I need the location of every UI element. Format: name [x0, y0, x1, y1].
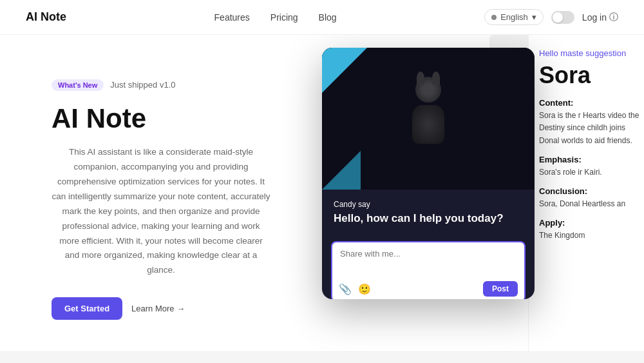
logo: AI Note [26, 10, 66, 24]
badge-area: What's New Just shipped v1.0 [52, 79, 290, 91]
emphasis-label: Emphasis: [539, 155, 644, 164]
chat-widget: Candy say Hello, how can I help you toda… [322, 48, 535, 299]
navbar: AI Note Features Pricing Blog English ▾ … [0, 0, 644, 35]
login-button[interactable]: Log in ⓘ [582, 12, 618, 23]
lang-selector[interactable]: English ▾ [484, 9, 544, 25]
chat-input[interactable] [332, 242, 524, 275]
chat-input-icons: 📎 🙂 [339, 283, 371, 295]
char-head [415, 77, 441, 103]
content-area: What's New Just shipped v1.0 AI Note Thi… [0, 35, 644, 363]
corner-triangle-bl [322, 151, 361, 190]
hero-description: This AI assistant is like a considerate … [52, 145, 270, 278]
conclusion-label: Conclusion: [539, 186, 644, 196]
content-label: Content: [539, 98, 644, 108]
cta-buttons: Get Started Learn More → [52, 297, 290, 320]
article-title: Sora [539, 62, 644, 89]
emphasis-text: Sora's role ir Kairi. [539, 166, 644, 179]
get-started-button[interactable]: Get Started [52, 297, 122, 320]
nav-links: Features Pricing Blog [214, 12, 337, 23]
left-panel: What's New Just shipped v1.0 AI Note Thi… [0, 35, 322, 363]
page-title: AI Note [52, 104, 290, 133]
corner-triangle-tl [322, 48, 367, 93]
toggle-knob [553, 12, 563, 23]
emoji-icon[interactable]: 🙂 [358, 283, 371, 295]
chat-greeting: Hello, how can I help you today? [334, 211, 523, 226]
nav-features[interactable]: Features [214, 12, 250, 23]
nav-right: English ▾ Log in ⓘ [484, 9, 618, 25]
badge-text: Just shipped v1.0 [110, 80, 175, 90]
nav-blog[interactable]: Blog [319, 12, 337, 23]
content-text: Sora is the r Hearts video the Destiny s… [539, 110, 644, 147]
article-emphasis-section: Emphasis: Sora's role ir Kairi. [539, 155, 644, 179]
lang-dot [491, 15, 497, 20]
theme-toggle[interactable] [551, 11, 574, 24]
chevron-down-icon: ▾ [532, 12, 536, 22]
learn-more-button[interactable]: Learn More → [131, 304, 185, 313]
chat-sender: Candy say [334, 200, 523, 209]
chat-input-toolbar: 📎 🙂 Post [332, 277, 524, 299]
attach-icon[interactable]: 📎 [339, 283, 352, 295]
badge-tag: What's New [52, 79, 104, 91]
article-content-section: Content: Sora is the r Hearts video the … [539, 98, 644, 147]
char-ear-right [432, 72, 440, 84]
chat-input-area: 📎 🙂 Post [331, 241, 526, 299]
info-icon: ⓘ [609, 12, 618, 23]
right-panel: Candy say Hello, how can I help you toda… [322, 35, 644, 363]
conclusion-text: Sora, Donal Heartless an [539, 198, 644, 210]
character-silhouette [402, 77, 454, 161]
apply-text: The Kingdom [539, 230, 644, 242]
nav-pricing[interactable]: Pricing [270, 12, 298, 23]
article-apply-section: Apply: The Kingdom [539, 218, 644, 242]
char-ear-left [417, 72, 424, 84]
chat-bg [322, 48, 535, 190]
article-hello: Hello maste suggestion [539, 48, 644, 59]
lang-label: English [500, 12, 528, 22]
apply-label: Apply: [539, 218, 644, 228]
post-button[interactable]: Post [483, 281, 518, 297]
char-body [412, 105, 444, 144]
side-article: Hello maste suggestion Sora Content: Sor… [528, 35, 644, 363]
chat-messages: Candy say Hello, how can I help you toda… [322, 190, 535, 241]
bottom-strip [0, 351, 644, 363]
article-conclusion-section: Conclusion: Sora, Donal Heartless an [539, 186, 644, 210]
